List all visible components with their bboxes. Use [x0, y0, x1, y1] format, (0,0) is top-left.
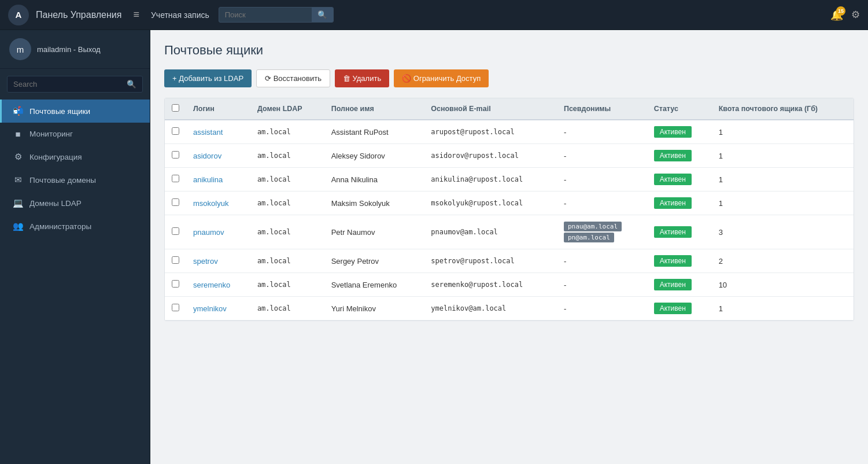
row-email: pnaumov@am.local — [424, 215, 557, 249]
sidebar-user: m mailadmin - Выход — [0, 30, 150, 69]
row-checkbox[interactable] — [172, 127, 179, 135]
row-status: Активен — [647, 120, 712, 144]
login-link[interactable]: spetrov — [193, 257, 218, 266]
col-status: Статус — [647, 98, 712, 120]
topnav-search-input[interactable] — [219, 8, 312, 22]
login-link[interactable]: asidorov — [193, 152, 221, 160]
row-quota: 10 — [712, 273, 854, 297]
row-fullname: Svetlana Eremenko — [324, 273, 424, 297]
row-fullname: Anna Nikulina — [324, 168, 424, 192]
mailboxes-icon: 📬 — [12, 106, 24, 116]
row-status: Активен — [647, 192, 712, 215]
row-login: msokolyuk — [186, 192, 250, 215]
delete-button[interactable]: 🗑 Удалить — [335, 69, 389, 87]
row-quota: 3 — [712, 215, 854, 249]
action-bar: + Добавить из LDAP ⟳ Восстановить 🗑 Удал… — [164, 69, 854, 87]
topnav: A Панель Управления ≡ Учетная запись 🔍 🔔… — [0, 0, 868, 30]
hamburger-icon[interactable]: ≡ — [133, 9, 139, 21]
row-login: seremenko — [186, 273, 250, 297]
sidebar: m mailadmin - Выход 🔍 📬 Почтовые ящики ■… — [0, 30, 150, 464]
topnav-search-button[interactable]: 🔍 — [312, 8, 333, 22]
topnav-right: 🔔 15 ⚙ — [830, 9, 860, 21]
row-domain: am.local — [250, 168, 324, 192]
row-aliases: - — [557, 249, 647, 273]
row-checkbox[interactable] — [172, 151, 179, 159]
login-link[interactable]: anikulina — [193, 175, 223, 184]
sidebar-username: mailadmin - Выход — [37, 45, 101, 54]
row-login: asidorov — [186, 144, 250, 168]
select-all-checkbox[interactable] — [172, 104, 179, 112]
row-checkbox[interactable] — [172, 304, 179, 311]
row-checkbox-cell — [165, 192, 186, 215]
row-checkbox[interactable] — [172, 227, 179, 235]
sidebar-search-button[interactable]: 🔍 — [121, 76, 142, 92]
sidebar-item-ldapdomains[interactable]: 💻 Домены LDAP — [0, 192, 150, 215]
sidebar-search-input[interactable] — [8, 76, 121, 92]
col-aliases: Псевдонимы — [557, 98, 647, 120]
row-status: Активен — [647, 273, 712, 297]
row-checkbox[interactable] — [172, 198, 179, 206]
login-link[interactable]: assistant — [193, 128, 223, 137]
login-link[interactable]: ymelnikov — [193, 304, 227, 313]
row-login: pnaumov — [186, 215, 250, 249]
col-checkbox — [165, 98, 186, 120]
row-fullname: Petr Naumov — [324, 215, 424, 249]
page-title: Почтовые ящики — [164, 43, 854, 58]
row-fullname: Maksim Sokolyuk — [324, 192, 424, 215]
row-email: seremenko@rupost.local — [424, 273, 557, 297]
table-row: assistantam.localAssistant RuPostarupost… — [165, 120, 854, 144]
login-link[interactable]: msokolyuk — [193, 199, 228, 208]
add-ldap-label: + Добавить из LDAP — [172, 74, 243, 83]
row-checkbox[interactable] — [172, 280, 179, 288]
sidebar-item-label: Конфигурация — [29, 153, 82, 161]
row-email: anikulina@rupost.local — [424, 168, 557, 192]
status-badge: Активен — [654, 255, 692, 267]
sidebar-item-admins[interactable]: 👥 Администраторы — [0, 215, 150, 238]
row-domain: am.local — [250, 192, 324, 215]
table-row: seremenkoam.localSvetlana Eremenkosereme… — [165, 273, 854, 297]
mailboxes-table-container: Логин Домен LDAP Полное имя Основной E-m… — [164, 98, 854, 321]
row-checkbox[interactable] — [172, 256, 179, 264]
sidebar-item-label: Почтовые ящики — [29, 107, 90, 116]
row-aliases: - — [557, 168, 647, 192]
row-status: Активен — [647, 249, 712, 273]
sidebar-item-label: Мониторинг — [29, 130, 73, 138]
row-login: anikulina — [186, 168, 250, 192]
row-fullname: Assistant RuPost — [324, 120, 424, 144]
table-row: msokolyukam.localMaksim Sokolyukmsokolyu… — [165, 192, 854, 215]
row-domain: am.local — [250, 120, 324, 144]
sidebar-item-mailboxes[interactable]: 📬 Почтовые ящики — [0, 100, 150, 123]
row-login: ymelnikov — [186, 297, 250, 321]
row-aliases: pnau@am.localpn@am.local — [557, 215, 647, 249]
restrict-button[interactable]: 🚫 Ограничить Доступ — [394, 69, 489, 87]
status-badge: Активен — [654, 279, 692, 290]
login-link[interactable]: seremenko — [193, 281, 230, 289]
notifications-badge: 15 — [836, 6, 845, 16]
settings-button[interactable]: ⚙ — [851, 9, 860, 21]
row-email: ymelnikov@am.local — [424, 297, 557, 321]
restore-button[interactable]: ⟳ Восстановить — [256, 69, 330, 87]
restrict-label: 🚫 Ограничить Доступ — [402, 74, 481, 83]
account-label[interactable]: Учетная запись — [151, 10, 209, 20]
row-quota: 2 — [712, 249, 854, 273]
row-fullname: Sergey Petrov — [324, 249, 424, 273]
status-badge: Активен — [654, 126, 692, 138]
row-checkbox-cell — [165, 168, 186, 192]
sidebar-item-monitoring[interactable]: ■ Мониторинг — [0, 123, 150, 145]
layout: m mailadmin - Выход 🔍 📬 Почтовые ящики ■… — [0, 30, 868, 464]
col-fullname: Полное имя — [324, 98, 424, 120]
status-badge: Активен — [654, 197, 692, 209]
add-ldap-button[interactable]: + Добавить из LDAP — [164, 69, 252, 87]
row-checkbox-cell — [165, 144, 186, 168]
sidebar-item-config[interactable]: ⚙ Конфигурация — [0, 145, 150, 168]
row-domain: am.local — [250, 273, 324, 297]
login-link[interactable]: pnaumov — [193, 228, 224, 237]
row-checkbox[interactable] — [172, 175, 179, 182]
sidebar-item-maildomains[interactable]: ✉ Почтовые домены — [0, 168, 150, 192]
row-email: msokolyuk@rupost.local — [424, 192, 557, 215]
app-title: Панель Управления — [36, 10, 121, 20]
col-quota: Квота почтового ящика (Гб) — [712, 98, 854, 120]
alias-tag: pnau@am.local — [564, 222, 622, 231]
notifications-button[interactable]: 🔔 15 — [830, 9, 843, 21]
row-quota: 1 — [712, 144, 854, 168]
